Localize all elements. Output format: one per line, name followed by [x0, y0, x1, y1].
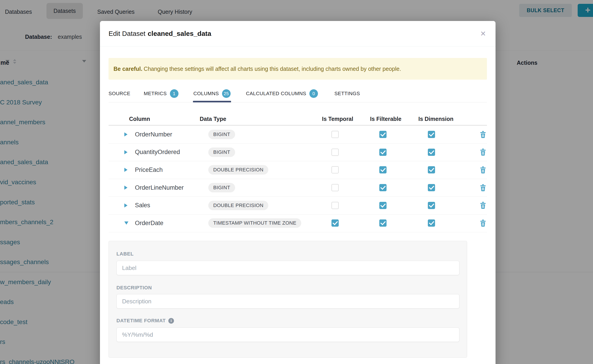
is-dimension-checkbox[interactable]: [428, 220, 435, 227]
close-icon[interactable]: ✕: [477, 21, 489, 46]
data-type-pill: BIGINT: [208, 183, 235, 192]
delete-column-button[interactable]: [478, 201, 488, 210]
is-dimension-checkbox-cell: [428, 179, 435, 197]
trash-icon: [480, 184, 486, 191]
is-dimension-checkbox[interactable]: [428, 149, 435, 156]
datasets-page: { "nav": { "items": [ {"label": "Databas…: [0, 0, 593, 364]
trash-icon: [480, 202, 486, 209]
column-name-cell: Sales: [135, 196, 150, 214]
tab-columns[interactable]: COLUMNS25: [193, 85, 231, 102]
column-row-priceeach: PriceEachDOUBLE PRECISION: [109, 161, 487, 179]
is-temporal-checkbox-cell: [331, 161, 339, 179]
modal-header: Edit Dataset cleaned_sales_data ✕: [100, 21, 495, 46]
collapse-row-icon[interactable]: [124, 214, 130, 232]
expand-row-icon[interactable]: [124, 196, 130, 214]
is-filterable-checkbox[interactable]: [379, 166, 387, 173]
expand-row-icon[interactable]: [124, 126, 130, 143]
caret-right-icon: [124, 186, 127, 190]
tab-metrics[interactable]: METRICS1: [144, 85, 178, 102]
is-temporal-checkbox-cell: [331, 214, 339, 232]
is-dimension-checkbox[interactable]: [428, 131, 435, 138]
is-temporal-checkbox[interactable]: [331, 149, 339, 156]
trash-icon: [480, 131, 486, 138]
warning-banner-bold: Be careful.: [113, 66, 142, 72]
is-temporal-checkbox[interactable]: [331, 166, 339, 173]
tab-source[interactable]: SOURCE: [109, 85, 130, 102]
data-type-cell: BIGINT: [208, 179, 235, 197]
delete-column-button[interactable]: [478, 130, 488, 139]
datetime-heading-text: DATETIME FORMAT: [116, 318, 166, 324]
column-row-ordernumber: OrderNumberBIGINT: [109, 126, 487, 144]
column-row-sales: SalesDOUBLE PRECISION: [109, 196, 487, 214]
datetime-format-input[interactable]: [116, 327, 459, 342]
column-name-cell: PriceEach: [135, 161, 163, 179]
tab-settings[interactable]: SETTINGS: [334, 85, 360, 102]
label-input[interactable]: [116, 261, 459, 275]
column-row-orderdate: OrderDateTIMESTAMP WITHOUT TIME ZONE: [109, 214, 487, 232]
is-dimension-checkbox[interactable]: [428, 166, 435, 173]
delete-column-cell: [478, 161, 488, 179]
data-type-cell: DOUBLE PRECISION: [208, 196, 268, 214]
is-filterable-header: Is Filterable: [370, 112, 402, 126]
tab-count-badge: 1: [170, 89, 178, 98]
delete-column-button[interactable]: [478, 218, 488, 228]
expand-row-icon[interactable]: [124, 161, 130, 179]
is-dimension-checkbox-cell: [428, 196, 435, 214]
column-header: Column: [129, 112, 150, 126]
expand-row-icon[interactable]: [124, 143, 130, 161]
is-filterable-checkbox[interactable]: [379, 149, 387, 156]
warning-banner: Be careful. Changing these settings will…: [109, 58, 487, 80]
label-heading-text: LABEL: [116, 251, 134, 257]
is-temporal-checkbox[interactable]: [331, 184, 339, 191]
column-name: Sales: [135, 202, 150, 209]
is-filterable-checkbox[interactable]: [379, 131, 387, 138]
data-type-cell: BIGINT: [208, 143, 235, 161]
column-name: OrderLineNumber: [135, 184, 184, 191]
expand-row-icon[interactable]: [124, 179, 130, 197]
modal-tabs: SOURCEMETRICS1COLUMNS25CALCULATED COLUMN…: [109, 85, 487, 102]
is-filterable-checkbox[interactable]: [379, 202, 387, 209]
column-name: OrderNumber: [135, 131, 172, 138]
is-temporal-checkbox[interactable]: [331, 131, 339, 138]
is-dimension-checkbox-cell: [428, 214, 435, 232]
data-type-cell: BIGINT: [208, 126, 235, 143]
data-type-cell: DOUBLE PRECISION: [208, 161, 268, 179]
column-name-cell: QuantityOrdered: [135, 143, 180, 161]
data-type-pill: BIGINT: [208, 130, 235, 139]
is-dimension-checkbox[interactable]: [428, 202, 435, 209]
label-field-heading: LABEL: [116, 251, 134, 257]
is-filterable-checkbox[interactable]: [379, 220, 387, 227]
is-dimension-header: Is Dimension: [418, 112, 454, 126]
is-temporal-checkbox[interactable]: [331, 220, 339, 227]
edit-dataset-modal: Edit Dataset cleaned_sales_data ✕ Be car…: [100, 21, 495, 364]
is-filterable-checkbox[interactable]: [379, 184, 387, 191]
column-name-cell: OrderLineNumber: [135, 179, 184, 197]
description-field-heading: DESCRIPTION: [116, 285, 152, 291]
tab-label: METRICS: [144, 91, 167, 97]
tab-count-badge: 25: [222, 89, 231, 98]
description-input[interactable]: [116, 294, 459, 309]
delete-column-button[interactable]: [478, 183, 488, 193]
column-row-orderlinenumber: OrderLineNumberBIGINT: [109, 179, 487, 197]
delete-column-cell: [478, 143, 488, 161]
delete-column-cell: [478, 214, 488, 232]
tab-label: SETTINGS: [334, 91, 360, 97]
caret-right-icon: [124, 150, 127, 154]
is-dimension-checkbox-cell: [428, 143, 435, 161]
data-type-pill: DOUBLE PRECISION: [208, 201, 268, 210]
data-type-cell: TIMESTAMP WITHOUT TIME ZONE: [208, 214, 301, 232]
column-row-quantityordered: QuantityOrderedBIGINT: [109, 143, 487, 162]
delete-column-button[interactable]: [478, 165, 488, 175]
info-icon[interactable]: i: [168, 318, 174, 324]
delete-column-button[interactable]: [478, 147, 488, 157]
is-temporal-checkbox[interactable]: [331, 202, 339, 209]
is-temporal-checkbox-cell: [331, 179, 339, 197]
column-name-cell: OrderDate: [135, 214, 163, 232]
tab-calculated-columns[interactable]: CALCULATED COLUMNS0: [246, 85, 318, 102]
is-temporal-header: Is Temporal: [322, 112, 353, 126]
description-heading-text: DESCRIPTION: [116, 285, 152, 291]
is-dimension-checkbox[interactable]: [428, 184, 435, 191]
is-dimension-checkbox-cell: [428, 161, 435, 179]
is-filterable-checkbox-cell: [379, 214, 387, 232]
is-filterable-checkbox-cell: [379, 126, 387, 143]
